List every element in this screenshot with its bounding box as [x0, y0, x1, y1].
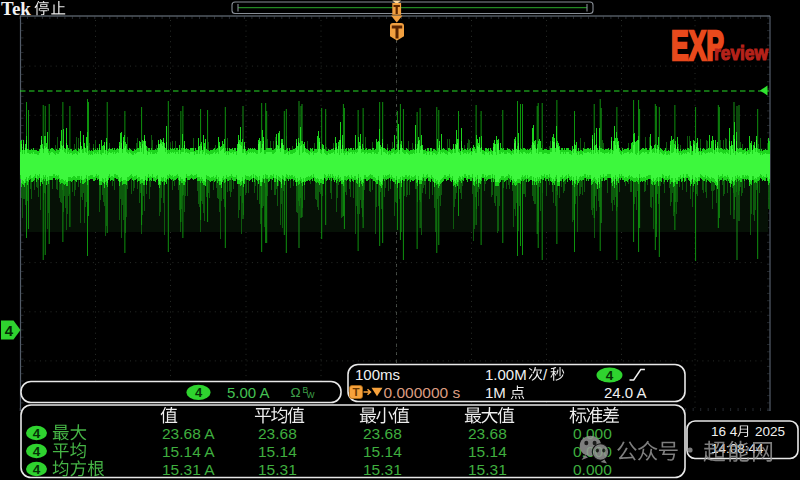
svg-text:15.31: 15.31	[363, 461, 402, 478]
svg-text:4: 4	[33, 462, 41, 477]
svg-text:15.14 A: 15.14 A	[162, 443, 215, 460]
svg-text:15.14: 15.14	[258, 443, 297, 460]
svg-text:4: 4	[33, 426, 41, 441]
svg-text:4: 4	[195, 385, 203, 400]
svg-text:Tek: Tek	[1, 0, 31, 19]
svg-text:4: 4	[606, 368, 614, 383]
svg-text:16 4: 16 4	[711, 424, 738, 439]
svg-text:23.68 A: 23.68 A	[162, 425, 215, 442]
svg-text:15.31: 15.31	[258, 461, 297, 478]
svg-text:100ms: 100ms	[355, 366, 400, 383]
svg-text:T: T	[352, 386, 359, 398]
svg-text:2025: 2025	[755, 424, 785, 439]
svg-text:0.000000 s: 0.000000 s	[384, 384, 461, 401]
svg-text:1M: 1M	[485, 384, 506, 401]
svg-text:15.31: 15.31	[468, 461, 507, 478]
svg-text:15.31 A: 15.31 A	[162, 461, 215, 478]
svg-text:4: 4	[5, 322, 14, 339]
svg-text:Ω: Ω	[291, 385, 301, 400]
svg-text:15.14: 15.14	[468, 443, 507, 460]
svg-text:23.68: 23.68	[363, 425, 402, 442]
svg-text:15.14: 15.14	[363, 443, 402, 460]
svg-text:W: W	[307, 390, 315, 400]
svg-text:1.00M: 1.00M	[485, 366, 527, 383]
svg-text:23.68: 23.68	[258, 425, 297, 442]
svg-text:review: review	[714, 41, 769, 64]
svg-text:4: 4	[33, 444, 41, 459]
svg-text:24.0 A: 24.0 A	[604, 384, 647, 401]
svg-text:5.00 A: 5.00 A	[227, 384, 270, 401]
svg-text:23.68: 23.68	[468, 425, 507, 442]
